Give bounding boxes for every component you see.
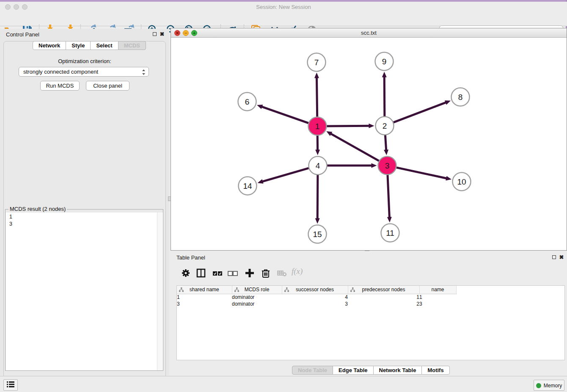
graph-node-label: 14	[243, 182, 252, 190]
optimization-criterion-select[interactable]: strongly connected component	[19, 67, 149, 77]
tab-edge-table[interactable]: Edge Table	[333, 366, 373, 375]
column-tree-icon	[234, 287, 239, 293]
memory-button[interactable]: Memory	[534, 380, 564, 391]
graph-node-label: 8	[458, 93, 463, 102]
graph-node-label: 6	[245, 97, 250, 106]
mcds-result-title: MCDS result (2 nodes)	[8, 206, 67, 212]
deselect-all-checkboxes-icon[interactable]	[227, 268, 238, 279]
list-icon	[7, 381, 14, 388]
network-canvas[interactable]: 7968124314101511	[171, 38, 567, 250]
graph-node-label: 15	[313, 230, 322, 239]
close-table-panel-icon[interactable]: ✖	[559, 254, 564, 260]
graph-arrowhead	[258, 179, 264, 184]
titlebar[interactable]: Session: New Session	[0, 2, 567, 11]
table-header-row[interactable]: shared name MCDS role successor nodes pr…	[177, 286, 456, 294]
network-graph: 7968124314101511	[171, 38, 567, 250]
graph-arrowhead	[315, 218, 320, 224]
dropdown-selected-value: strongly connected component	[23, 69, 98, 75]
memory-status-dot	[536, 383, 541, 388]
graph-edge-1-7[interactable]	[317, 77, 317, 118]
show-columns-icon[interactable]	[195, 268, 206, 279]
column-mcds-role[interactable]: MCDS role	[232, 286, 282, 294]
control-panel-title: Control Panel	[6, 31, 39, 38]
optimization-criterion-label: Optimization criterion:	[0, 58, 169, 64]
tab-network[interactable]: Network	[33, 41, 66, 50]
tab-node-table[interactable]: Node Table	[292, 366, 333, 375]
graph-node-label: 1	[315, 122, 320, 131]
column-successor-nodes[interactable]: successor nodes	[282, 286, 348, 294]
window-title: Session: New Session	[0, 4, 567, 10]
graph-edge-2-9[interactable]	[384, 76, 385, 117]
graph-arrowhead	[372, 163, 377, 168]
graph-node-label: 11	[386, 229, 394, 237]
tab-style[interactable]: Style	[66, 41, 91, 50]
table-panel: Table Panel ✖	[171, 251, 567, 375]
application-window: Session: New Session	[0, 0, 567, 392]
column-tree-icon	[350, 287, 355, 293]
node-table[interactable]: shared name MCDS role successor nodes pr…	[177, 286, 457, 307]
memory-button-label: Memory	[544, 383, 562, 389]
table-row[interactable]: 3 dominator 3 2 3	[177, 301, 456, 307]
graph-edge-3-1[interactable]	[330, 133, 380, 161]
graph-arrowhead	[445, 100, 451, 105]
status-bar: Memory	[0, 376, 567, 392]
column-shared-name[interactable]: shared name	[177, 286, 232, 294]
table-settings-gear-icon[interactable]	[180, 268, 191, 279]
close-panel-icon[interactable]: ✖	[159, 31, 165, 37]
graph-arrowhead	[446, 176, 451, 181]
tab-select[interactable]: Select	[90, 41, 118, 50]
result-scrollbar[interactable]	[157, 213, 162, 370]
graph-edge-4-14[interactable]	[262, 168, 310, 182]
table-row[interactable]: 1 dominator 4 1 1	[177, 294, 456, 301]
graph-edge-1-2[interactable]	[325, 126, 369, 126]
delete-table-icon[interactable]	[276, 268, 287, 279]
tab-mcds[interactable]: MCDS	[118, 41, 146, 50]
function-builder-icon[interactable]: f(x)	[292, 267, 303, 276]
table-panel-tabs: Node Table Edge Table Network Table Moti…	[292, 366, 450, 375]
graph-edge-1-6[interactable]	[261, 107, 310, 124]
graph-edge-4-15[interactable]	[317, 174, 318, 219]
graph-node-label: 3	[385, 161, 390, 170]
column-tree-icon	[179, 287, 184, 293]
chevron-up-down-icon	[141, 68, 146, 75]
close-panel-button[interactable]: Close panel	[86, 81, 129, 91]
float-panel-icon[interactable]	[151, 31, 157, 37]
network-window-titlebar[interactable]: ✕ − + scc.txt	[171, 28, 567, 38]
graph-arrowhead	[314, 72, 319, 78]
table-panel-title: Table Panel	[176, 254, 205, 261]
graph-arrowhead	[257, 105, 263, 109]
graph-arrowhead	[387, 217, 392, 222]
tab-motifs[interactable]: Motifs	[421, 366, 449, 375]
graph-edge-2-3[interactable]	[385, 134, 386, 150]
graph-node-label: 4	[316, 161, 320, 170]
column-name[interactable]: name	[419, 286, 456, 294]
graph-node-label: 9	[382, 57, 387, 66]
node-table-container: shared name MCDS role successor nodes pr…	[176, 285, 565, 360]
network-window-title: scc.txt	[171, 30, 567, 36]
main-toolbar	[0, 11, 567, 26]
select-all-checkboxes-icon[interactable]	[212, 268, 223, 279]
table-toolbar: f(x)	[176, 264, 561, 282]
task-history-button[interactable]	[3, 379, 18, 391]
graph-edge-3-11[interactable]	[388, 174, 390, 218]
column-tree-icon	[284, 287, 289, 293]
control-panel-tabs: Network Style Select MCDS	[33, 41, 146, 50]
run-mcds-button[interactable]: Run MCDS	[40, 81, 80, 91]
graph-node-label: 7	[314, 58, 319, 67]
delete-row-trash-icon[interactable]	[260, 268, 271, 279]
mcds-result-groupbox: MCDS result (2 nodes) 1 3	[5, 209, 163, 371]
column-predecessor-nodes[interactable]: predecessor nodes	[348, 286, 419, 294]
graph-arrowhead	[384, 149, 388, 155]
graph-arrowhead	[382, 72, 387, 77]
graph-node-label: 10	[457, 177, 466, 186]
graph-edge-3-10[interactable]	[395, 167, 447, 178]
tab-network-table[interactable]: Network Table	[373, 366, 422, 375]
float-table-panel-icon[interactable]	[551, 254, 557, 260]
graph-arrowhead	[369, 124, 374, 128]
mcds-result-text[interactable]: 1 3	[6, 213, 163, 370]
network-view-window: ✕ − + scc.txt 7968124314101511	[171, 28, 567, 251]
control-panel: Control Panel ✖ Network Style Select MCD…	[0, 29, 169, 375]
add-row-plus-icon[interactable]	[244, 268, 255, 279]
graph-node-label: 2	[383, 121, 387, 130]
graph-edge-2-8[interactable]	[392, 102, 446, 123]
